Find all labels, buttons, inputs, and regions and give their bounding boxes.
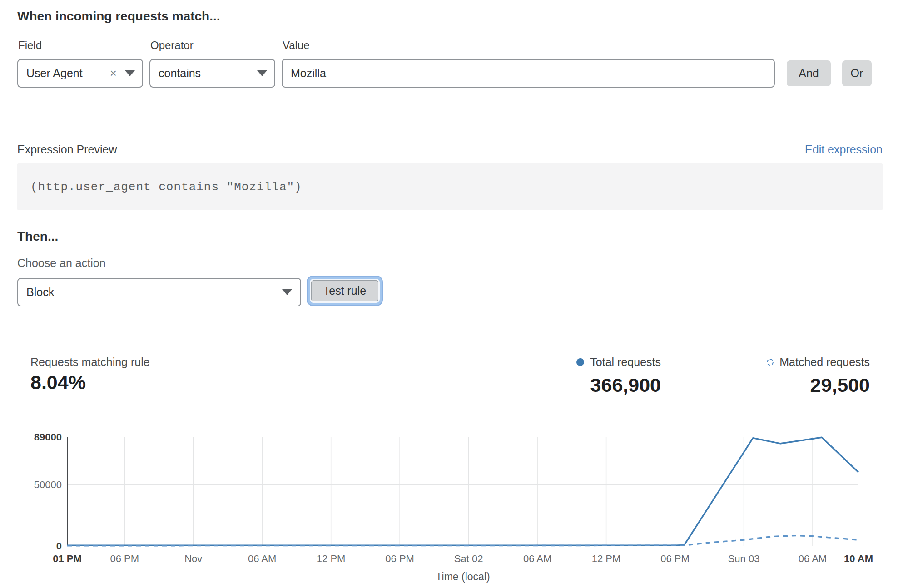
field-select[interactable]: User Agent × bbox=[17, 59, 143, 88]
requests-chart: 0500008900001 PM06 PMNov06 AM12 PM06 PMS… bbox=[0, 422, 908, 587]
value-input[interactable] bbox=[291, 67, 766, 80]
x-tick-label: 06 AM bbox=[523, 553, 551, 564]
choose-action-label: Choose an action bbox=[17, 257, 106, 270]
edit-expression-link[interactable]: Edit expression bbox=[805, 143, 883, 156]
x-tick-label: 12 PM bbox=[317, 553, 346, 564]
x-tick-label: 12 PM bbox=[592, 553, 621, 564]
x-tick-label: 06 PM bbox=[660, 553, 690, 564]
x-tick-label: 10 AM bbox=[844, 553, 873, 564]
page-title: When incoming requests match... bbox=[17, 9, 220, 24]
operator-select-value: contains bbox=[159, 67, 257, 80]
requests-matching-value: 8.04% bbox=[30, 371, 86, 394]
x-tick-label: 06 AM bbox=[799, 553, 827, 564]
test-rule-button[interactable]: Test rule bbox=[311, 280, 378, 301]
matched-requests-circle-icon bbox=[767, 359, 774, 366]
x-tick-label: 06 AM bbox=[248, 553, 276, 564]
or-button[interactable]: Or bbox=[842, 60, 872, 86]
action-select-value: Block bbox=[26, 286, 282, 299]
operator-select[interactable]: contains bbox=[149, 59, 275, 88]
matched-requests-line bbox=[67, 536, 858, 546]
operator-label: Operator bbox=[150, 39, 194, 52]
expression-preview-box: (http.user_agent contains "Mozilla") bbox=[17, 163, 883, 210]
firewall-rule-editor: When incoming requests match... Field Op… bbox=[0, 0, 908, 588]
matched-requests-value: 29,500 bbox=[767, 374, 870, 396]
legend-total-requests: Total requests 366,900 bbox=[576, 356, 661, 396]
value-label: Value bbox=[283, 39, 310, 52]
total-requests-dot-icon bbox=[576, 358, 584, 366]
chevron-down-icon bbox=[282, 289, 292, 295]
x-tick-label: 06 PM bbox=[110, 553, 139, 564]
and-button[interactable]: And bbox=[787, 60, 831, 86]
value-input-box[interactable] bbox=[282, 59, 775, 88]
y-tick-label: 89000 bbox=[34, 431, 62, 443]
x-tick-label: 06 PM bbox=[385, 553, 414, 564]
field-select-value: User Agent bbox=[26, 67, 110, 80]
x-tick-label: Sun 03 bbox=[728, 553, 760, 564]
chevron-down-icon bbox=[125, 70, 135, 76]
legend-matched-requests: Matched requests 29,500 bbox=[767, 356, 870, 396]
requests-chart-svg: 0500008900001 PM06 PMNov06 AM12 PM06 PMS… bbox=[0, 422, 908, 587]
matched-requests-label: Matched requests bbox=[779, 356, 870, 369]
expression-preview-label: Expression Preview bbox=[17, 143, 117, 156]
chevron-down-icon bbox=[257, 70, 267, 76]
expression-code: (http.user_agent contains "Mozilla") bbox=[30, 180, 302, 194]
remove-icon[interactable]: × bbox=[110, 66, 117, 80]
requests-matching-label: Requests matching rule bbox=[30, 356, 150, 369]
y-tick-label: 0 bbox=[56, 540, 62, 552]
total-requests-line bbox=[67, 437, 858, 545]
x-tick-label: Sat 02 bbox=[454, 553, 483, 564]
total-requests-value: 366,900 bbox=[576, 374, 661, 396]
field-label: Field bbox=[18, 39, 42, 52]
total-requests-label: Total requests bbox=[590, 356, 661, 369]
y-tick-label: 50000 bbox=[34, 479, 62, 490]
x-tick-label: Nov bbox=[184, 553, 202, 564]
action-select[interactable]: Block bbox=[17, 278, 301, 306]
x-tick-label: 01 PM bbox=[53, 553, 82, 564]
then-title: Then... bbox=[17, 229, 58, 244]
x-axis-title: Time (local) bbox=[436, 571, 490, 583]
